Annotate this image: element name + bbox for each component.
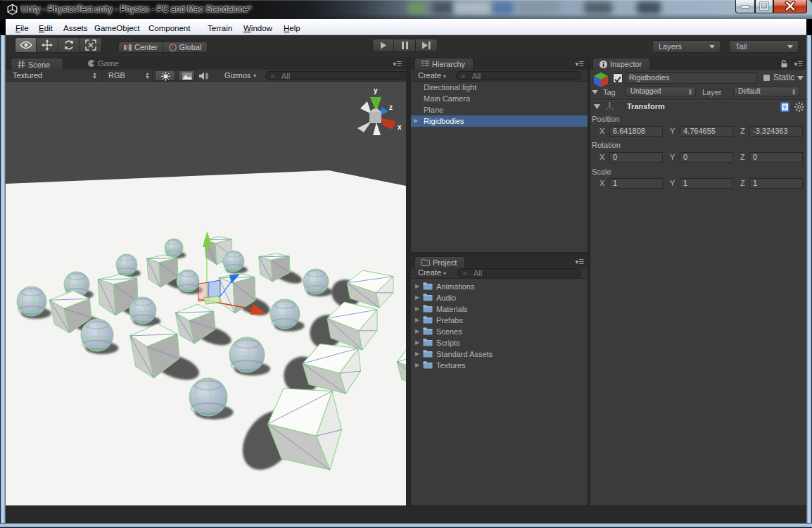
svg-text:x: x <box>398 123 402 131</box>
svg-text:y: y <box>374 87 378 94</box>
svg-text:z: z <box>389 103 393 111</box>
svg-text:?: ? <box>783 104 787 111</box>
